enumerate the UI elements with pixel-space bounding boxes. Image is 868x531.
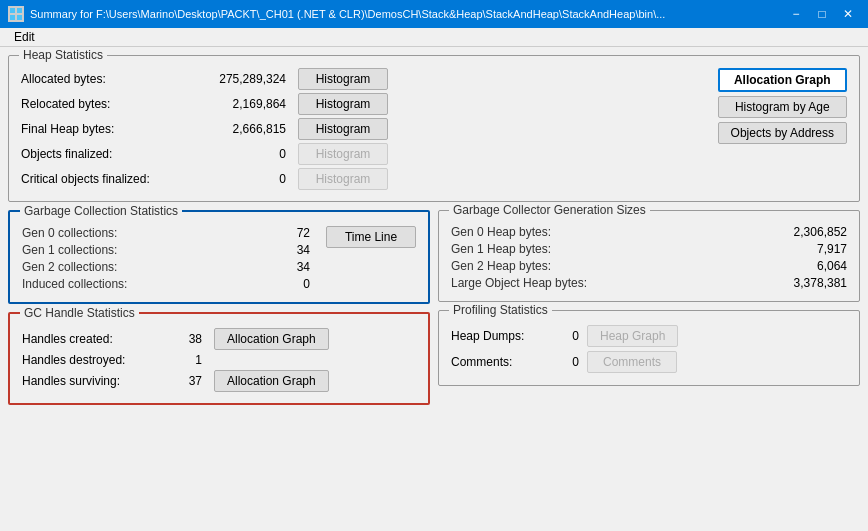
hs-label-2: Final Heap bytes:	[21, 122, 196, 136]
gc-row-label-1: Gen 1 collections:	[22, 243, 230, 257]
maximize-button[interactable]: □	[810, 4, 834, 24]
heap-stats-grid: Allocated bytes: 275,289,324 Histogram R…	[21, 68, 708, 193]
gc-row-label-2: Gen 2 collections:	[22, 260, 230, 274]
prof-row-0: Heap Dumps: 0 Heap Graph	[451, 325, 847, 347]
heap-graph-button[interactable]: Heap Graph	[587, 325, 678, 347]
heap-right-buttons: Allocation Graph Histogram by Age Object…	[718, 68, 847, 144]
svg-rect-2	[10, 15, 15, 20]
heap-stats-row-3: Objects finalized: 0 Histogram	[21, 143, 708, 165]
menu-edit[interactable]: Edit	[8, 28, 41, 46]
right-sections: Garbage Collector Generation Sizes Gen 0…	[438, 210, 860, 405]
hs-value-2: 2,666,815	[196, 122, 286, 136]
gc-gen-row-label-2: Gen 2 Heap bytes:	[451, 259, 767, 273]
gc-gen-row-label-3: Large Object Heap bytes:	[451, 276, 767, 290]
left-sections: Garbage Collection Statistics Gen 0 coll…	[8, 210, 430, 405]
hs-value-0: 275,289,324	[196, 72, 286, 86]
gc-gen-row-label-1: Gen 1 Heap bytes:	[451, 242, 767, 256]
gc-handle-row-label-1: Handles destroyed:	[22, 353, 162, 367]
gc-gen-row-3: Large Object Heap bytes: 3,378,381	[451, 276, 847, 290]
gc-handle-row-value-0: 38	[162, 332, 202, 346]
gc-gen-row-value-1: 7,917	[767, 242, 847, 256]
menu-bar: Edit	[0, 28, 868, 47]
gc-handle-row-value-2: 37	[162, 374, 202, 388]
gc-handle-label: GC Handle Statistics	[20, 306, 139, 320]
gc-row-1: Gen 1 collections: 34	[22, 243, 310, 257]
gc-gen-row-0: Gen 0 Heap bytes: 2,306,852	[451, 225, 847, 239]
gc-handle-row-value-1: 1	[162, 353, 202, 367]
heap-stats-row-4: Critical objects finalized: 0 Histogram	[21, 168, 708, 190]
gc-gen-row-value-2: 6,064	[767, 259, 847, 273]
bottom-section: Garbage Collection Statistics Gen 0 coll…	[8, 210, 860, 405]
title-bar: Summary for F:\Users\Marino\Desktop\PACK…	[0, 0, 868, 28]
gc-handle-btn-0[interactable]: Allocation Graph	[214, 328, 329, 350]
window-title: Summary for F:\Users\Marino\Desktop\PACK…	[30, 8, 665, 20]
heap-stats-row-0: Allocated bytes: 275,289,324 Histogram	[21, 68, 708, 90]
allocation-graph-button[interactable]: Allocation Graph	[718, 68, 847, 92]
prof-label-0: Heap Dumps:	[451, 329, 541, 343]
gc-gen-row-2: Gen 2 Heap bytes: 6,064	[451, 259, 847, 273]
gc-row-2: Gen 2 collections: 34	[22, 260, 310, 274]
gc-handle-row-0: Handles created: 38 Allocation Graph	[22, 328, 416, 350]
prof-label-1: Comments:	[451, 355, 541, 369]
gc-gen-row-label-0: Gen 0 Heap bytes:	[451, 225, 767, 239]
hs-label-1: Relocated bytes:	[21, 97, 196, 111]
gc-row-label-3: Induced collections:	[22, 277, 230, 291]
heap-stats-row-2: Final Heap bytes: 2,666,815 Histogram	[21, 118, 708, 140]
gc-row-3: Induced collections: 0	[22, 277, 310, 291]
hs-label-3: Objects finalized:	[21, 147, 196, 161]
hs-label-4: Critical objects finalized:	[21, 172, 196, 186]
gc-row-value-1: 34	[230, 243, 310, 257]
histogram-by-age-button[interactable]: Histogram by Age	[718, 96, 847, 118]
hs-btn-1[interactable]: Histogram	[298, 93, 388, 115]
gc-row-value-3: 0	[230, 277, 310, 291]
title-bar-left: Summary for F:\Users\Marino\Desktop\PACK…	[8, 6, 665, 22]
gc-gen-row-value-3: 3,378,381	[767, 276, 847, 290]
objects-by-address-button[interactable]: Objects by Address	[718, 122, 847, 144]
prof-value-0: 0	[549, 329, 579, 343]
gc-row-0: Gen 0 collections: 72	[22, 226, 310, 240]
profiling-label: Profiling Statistics	[449, 303, 552, 317]
hs-btn-4[interactable]: Histogram	[298, 168, 388, 190]
title-bar-controls: − □ ✕	[784, 4, 860, 24]
hs-value-4: 0	[196, 172, 286, 186]
close-button[interactable]: ✕	[836, 4, 860, 24]
prof-value-1: 0	[549, 355, 579, 369]
gc-gen-section: Garbage Collector Generation Sizes Gen 0…	[438, 210, 860, 302]
heap-stats-row-1: Relocated bytes: 2,169,864 Histogram	[21, 93, 708, 115]
hs-btn-2[interactable]: Histogram	[298, 118, 388, 140]
gc-handle-row-1: Handles destroyed: 1	[22, 353, 416, 367]
profiling-section: Profiling Statistics Heap Dumps: 0 Heap …	[438, 310, 860, 386]
gc-handle-section: GC Handle Statistics Handles created: 38…	[8, 312, 430, 405]
gc-stats-label: Garbage Collection Statistics	[20, 204, 182, 218]
gc-row-value-2: 34	[230, 260, 310, 274]
timeline-button[interactable]: Time Line	[326, 226, 416, 248]
gc-row-value-0: 72	[230, 226, 310, 240]
heap-stats-section: Heap Statistics Allocated bytes: 275,289…	[8, 55, 860, 202]
main-content: Heap Statistics Allocated bytes: 275,289…	[0, 47, 868, 413]
gc-handle-row-2: Handles surviving: 37 Allocation Graph	[22, 370, 416, 392]
hs-value-3: 0	[196, 147, 286, 161]
svg-rect-0	[10, 8, 15, 13]
gc-row-label-0: Gen 0 collections:	[22, 226, 230, 240]
hs-label-0: Allocated bytes:	[21, 72, 196, 86]
app-icon	[8, 6, 24, 22]
gc-stats-section: Garbage Collection Statistics Gen 0 coll…	[8, 210, 430, 304]
hs-value-1: 2,169,864	[196, 97, 286, 111]
minimize-button[interactable]: −	[784, 4, 808, 24]
gc-handle-row-label-2: Handles surviving:	[22, 374, 162, 388]
comments-button[interactable]: Comments	[587, 351, 677, 373]
svg-rect-1	[17, 8, 22, 13]
gc-gen-row-1: Gen 1 Heap bytes: 7,917	[451, 242, 847, 256]
heap-stats-label: Heap Statistics	[19, 48, 107, 62]
gc-gen-label: Garbage Collector Generation Sizes	[449, 203, 650, 217]
gc-handle-btn-2[interactable]: Allocation Graph	[214, 370, 329, 392]
gc-gen-row-value-0: 2,306,852	[767, 225, 847, 239]
hs-btn-0[interactable]: Histogram	[298, 68, 388, 90]
prof-row-1: Comments: 0 Comments	[451, 351, 847, 373]
hs-btn-3[interactable]: Histogram	[298, 143, 388, 165]
svg-rect-3	[17, 15, 22, 20]
gc-handle-row-label-0: Handles created:	[22, 332, 162, 346]
